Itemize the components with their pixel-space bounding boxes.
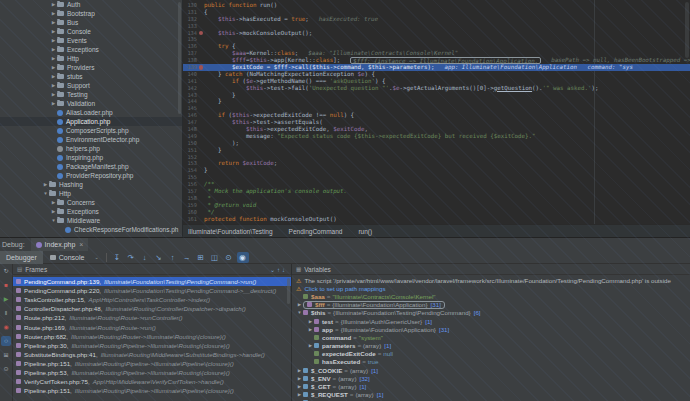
restore-layout-icon[interactable]: ◫ bbox=[209, 252, 221, 263]
line-number[interactable]: 151 bbox=[183, 147, 204, 154]
tree-item[interactable]: ▼Middleware bbox=[0, 216, 182, 225]
code-row[interactable]: 141 if ($e->getMethodName() === 'askQues… bbox=[183, 78, 690, 85]
path-mappings-link[interactable]: Click to set up path mappings bbox=[304, 285, 385, 292]
chevron-right-icon[interactable]: ▶ bbox=[296, 302, 303, 307]
project-tree-scrollbar[interactable] bbox=[178, 2, 181, 114]
frame-row[interactable]: Pipeline.php:30, Illuminate\Routing\Pipe… bbox=[13, 341, 291, 350]
code-line[interactable]: $fff=$this->app[Kernel::class]; bbox=[204, 57, 340, 64]
line-number[interactable]: 140 bbox=[183, 71, 204, 78]
variable-row[interactable]: ▶$_COOKIE=(array)[1] bbox=[292, 366, 690, 374]
chevron-down-icon[interactable]: ⌄ bbox=[94, 254, 98, 260]
line-number[interactable]: 149 bbox=[183, 133, 204, 140]
code-row[interactable]: 142 $this->test->fail('Unexpected questi… bbox=[183, 85, 690, 92]
frames-scrollbar[interactable] bbox=[287, 278, 290, 304]
close-icon[interactable]: × bbox=[79, 241, 83, 248]
frame-row[interactable]: Pipeline.php:53, Illuminate\Routing\Pipe… bbox=[13, 368, 291, 377]
chevron-right-icon[interactable]: ▶ bbox=[50, 90, 57, 99]
chevron-right-icon[interactable]: ▶ bbox=[50, 54, 57, 63]
line-number[interactable]: 154 bbox=[183, 167, 204, 174]
code-row[interactable]: 160 */ bbox=[183, 209, 690, 216]
chevron-right-icon[interactable]: ▶ bbox=[50, 72, 57, 81]
code-line[interactable]: * Mock the application's console output. bbox=[204, 188, 347, 195]
chevron-right-icon[interactable]: ▶ bbox=[50, 81, 57, 90]
line-number[interactable]: 138 bbox=[183, 57, 204, 64]
line-number[interactable]: 157 bbox=[183, 188, 204, 195]
code-line[interactable]: $this->test->assertEquals( bbox=[204, 119, 323, 126]
show-execution-point-icon[interactable]: ↧ bbox=[111, 252, 123, 263]
variable-row[interactable]: expectedExitCode=null bbox=[292, 350, 690, 358]
code-line[interactable]: try { bbox=[204, 43, 235, 50]
variable-row[interactable]: ▶$_REQUEST=(array)[1] bbox=[292, 391, 690, 399]
line-number[interactable]: 139 bbox=[183, 64, 204, 71]
stop-icon[interactable]: ■ bbox=[1, 280, 11, 290]
breadcrumb-item[interactable]: Illuminate\Foundation\Testing bbox=[188, 228, 273, 235]
frame-row[interactable]: TaskController.php:15, App\Http\Controll… bbox=[13, 295, 291, 304]
tree-item[interactable]: ▶Events bbox=[0, 36, 182, 45]
variable-row[interactable]: ▶$_GET=(array)[1] bbox=[292, 382, 690, 390]
variable-row[interactable]: $aaa="Illuminate\Contracts\Console\Kerne… bbox=[292, 292, 690, 300]
code-row[interactable]: 136 try { bbox=[183, 43, 690, 50]
line-number[interactable]: 130 bbox=[183, 2, 204, 9]
line-number[interactable]: 156 bbox=[183, 181, 204, 188]
variable-row[interactable]: ▶app={Illuminate\Foundation\Application}… bbox=[292, 325, 690, 333]
tree-item[interactable]: ▶Http bbox=[0, 54, 182, 63]
tree-item[interactable]: ComposerScripts.php bbox=[0, 126, 182, 135]
tree-item[interactable]: ProviderRepository.php bbox=[0, 171, 182, 180]
code-row[interactable]: 158 * bbox=[183, 195, 690, 202]
line-number[interactable]: 134 bbox=[183, 30, 204, 37]
editor-code-area[interactable]: 130public function run()131{132 $this->h… bbox=[183, 0, 690, 224]
pause-icon[interactable]: ‖ bbox=[1, 308, 11, 318]
frame-down-icon[interactable]: ↓ bbox=[282, 267, 287, 273]
debug-session-tab[interactable]: Index.php × bbox=[31, 238, 89, 251]
code-line[interactable]: if ($this->expectedExitCode !== null) { bbox=[204, 112, 354, 119]
code-line[interactable]: * bbox=[204, 195, 211, 202]
chevron-right-icon[interactable]: ▶ bbox=[50, 207, 57, 216]
tree-item[interactable]: ▶Validation bbox=[0, 99, 182, 108]
code-line[interactable]: $this->expectedExitCode, $exitCode, bbox=[204, 126, 368, 133]
chevron-right-icon[interactable]: ▶ bbox=[50, 63, 57, 72]
variable-row[interactable]: ▶$_ENV=(array)[32] bbox=[292, 374, 690, 382]
settings-icon[interactable]: ⊙ bbox=[1, 364, 11, 374]
frame-row[interactable]: VerifyCsrfToken.php:75, App\Http\Middlew… bbox=[13, 377, 291, 386]
threads-dropdown-icon[interactable]: ⌄ bbox=[270, 267, 277, 273]
tree-item[interactable]: ▶Auth bbox=[0, 0, 182, 9]
code-line[interactable]: } bbox=[204, 147, 221, 154]
chevron-right-icon[interactable]: ▶ bbox=[50, 198, 57, 207]
chevron-right-icon[interactable]: ▶ bbox=[50, 18, 57, 27]
code-row[interactable]: 156/** bbox=[183, 181, 690, 188]
code-row[interactable]: 144 } bbox=[183, 98, 690, 105]
code-row[interactable]: 147 $this->test->assertEquals( bbox=[183, 119, 690, 126]
line-number[interactable]: 133 bbox=[183, 23, 204, 30]
tree-item[interactable]: ▶Console bbox=[0, 27, 182, 36]
chevron-right-icon[interactable]: ▶ bbox=[50, 27, 57, 36]
line-number[interactable]: 132 bbox=[183, 16, 204, 23]
code-line[interactable]: { bbox=[204, 9, 208, 16]
line-number[interactable]: 148 bbox=[183, 126, 204, 133]
code-row[interactable]: 153 return $exitCode; bbox=[183, 160, 690, 167]
line-number[interactable]: 136 bbox=[183, 43, 204, 50]
code-row[interactable]: 130public function run() bbox=[183, 2, 690, 9]
force-step-into-icon[interactable]: ↘ bbox=[153, 252, 165, 263]
line-number[interactable]: 160 bbox=[183, 209, 204, 216]
chevron-right-icon[interactable]: ▶ bbox=[50, 9, 57, 18]
step-out-icon[interactable]: ↑ bbox=[167, 252, 179, 263]
code-line[interactable]: ); bbox=[204, 140, 239, 147]
frame-row[interactable]: Pipeline.php:151, Illuminate\Routing\Pip… bbox=[13, 386, 291, 395]
view-breakpoints-icon[interactable]: ◉ bbox=[1, 322, 11, 332]
code-line[interactable]: message: "Expected status code {$this->e… bbox=[204, 133, 536, 140]
variable-row[interactable]: ▼$this={Illuminate\Foundation\Testing\Pe… bbox=[292, 309, 690, 317]
frame-row[interactable]: SubstituteBindings.php:41, Illuminate\Ro… bbox=[13, 350, 291, 359]
code-line[interactable]: protected function mockConsoleOutput() bbox=[204, 216, 337, 223]
code-line[interactable]: } bbox=[204, 167, 208, 174]
code-line[interactable]: } bbox=[204, 98, 221, 105]
code-line[interactable]: $this->mockConsoleOutput(); bbox=[204, 30, 312, 37]
code-line[interactable]: */ bbox=[204, 209, 214, 216]
code-row[interactable]: 152 bbox=[183, 154, 690, 161]
run-to-cursor-icon[interactable]: → bbox=[181, 252, 193, 263]
breakpoint-icon[interactable] bbox=[199, 31, 203, 35]
code-line[interactable]: } bbox=[204, 92, 235, 99]
code-line[interactable]: public function run() bbox=[204, 2, 277, 9]
tree-item[interactable]: ▶Providers bbox=[0, 63, 182, 72]
frame-row[interactable]: Pipeline.php:151, Illuminate\Routing\Pip… bbox=[13, 359, 291, 368]
code-line[interactable]: $aaa=Kernel::class; bbox=[204, 50, 298, 57]
